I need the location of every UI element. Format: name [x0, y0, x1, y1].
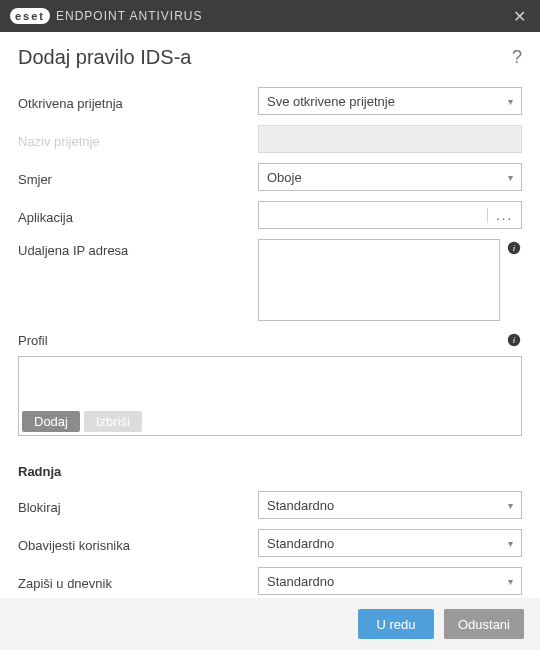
threat-select-value: Sve otkrivene prijetnje — [267, 94, 395, 109]
application-label: Aplikacija — [18, 206, 258, 225]
direction-label: Smjer — [18, 168, 258, 187]
threat-name-input — [258, 125, 522, 153]
chevron-down-icon: ▾ — [508, 172, 513, 183]
page-title: Dodaj pravilo IDS-a — [18, 46, 512, 69]
chevron-down-icon: ▾ — [508, 576, 513, 587]
cancel-button[interactable]: Odustani — [444, 609, 524, 639]
application-input[interactable]: ... — [258, 201, 522, 229]
info-icon[interactable]: i — [506, 331, 522, 350]
log-label: Zapiši u dnevnik — [18, 572, 258, 591]
block-select-value: Standardno — [267, 498, 334, 513]
profile-label: Profil — [18, 333, 506, 348]
dialog-content: Dodaj pravilo IDS-a ? Otkrivena prijetnj… — [0, 32, 540, 595]
chevron-down-icon: ▾ — [508, 500, 513, 511]
action-section-title: Radnja — [18, 464, 522, 479]
block-select[interactable]: Standardno ▾ — [258, 491, 522, 519]
notify-label: Obavijesti korisnika — [18, 534, 258, 553]
log-select-value: Standardno — [267, 574, 334, 589]
threat-label: Otkrivena prijetnja — [18, 92, 258, 111]
dialog-footer: U redu Odustani — [0, 598, 540, 650]
app-name: ENDPOINT ANTIVIRUS — [56, 9, 202, 23]
threat-select[interactable]: Sve otkrivene prijetnje ▾ — [258, 87, 522, 115]
direction-select-value: Oboje — [267, 170, 302, 185]
close-icon[interactable]: ✕ — [509, 7, 530, 26]
ok-button[interactable]: U redu — [358, 609, 434, 639]
titlebar: eset ENDPOINT ANTIVIRUS ✕ — [0, 0, 540, 32]
notify-select[interactable]: Standardno ▾ — [258, 529, 522, 557]
block-label: Blokiraj — [18, 496, 258, 515]
chevron-down-icon: ▾ — [508, 538, 513, 549]
chevron-down-icon: ▾ — [508, 96, 513, 107]
info-icon[interactable]: i — [506, 239, 522, 321]
help-icon[interactable]: ? — [512, 47, 522, 68]
threat-name-label: Naziv prijetnje — [18, 130, 258, 149]
remote-ip-textarea[interactable] — [258, 239, 500, 321]
application-browse-button[interactable]: ... — [487, 208, 513, 223]
brand-logo: eset ENDPOINT ANTIVIRUS — [10, 8, 203, 24]
profile-delete-button: Izbriši — [84, 411, 142, 432]
profile-add-button[interactable]: Dodaj — [22, 411, 80, 432]
brand-logo-text: eset — [10, 8, 50, 24]
notify-select-value: Standardno — [267, 536, 334, 551]
log-select[interactable]: Standardno ▾ — [258, 567, 522, 595]
remote-ip-label: Udaljena IP adresa — [18, 239, 258, 258]
direction-select[interactable]: Oboje ▾ — [258, 163, 522, 191]
profile-listbox[interactable]: Dodaj Izbriši — [18, 356, 522, 436]
